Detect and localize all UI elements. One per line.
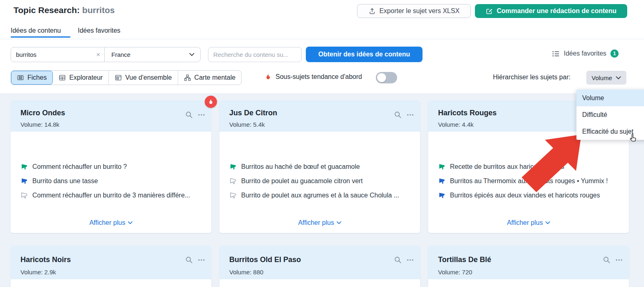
- edit-icon: [486, 7, 493, 15]
- headline-item[interactable]: Burrito de poulet aux agrumes et à la sa…: [229, 191, 414, 200]
- tab-favorite-ideas[interactable]: Idées favorites: [78, 27, 120, 34]
- headline-text: Comment réchauffer un burrito ?: [32, 163, 127, 170]
- megaphone-icon: [438, 163, 445, 170]
- sort-option-difficulte[interactable]: Difficulté: [576, 106, 644, 123]
- chevron-down-icon: [128, 221, 133, 224]
- view-tab-carte-mentale-label: Carte mentale: [194, 74, 236, 81]
- topic-card-micro-ondes: Micro Ondes Volume: 14.8k Comment réchau…: [11, 101, 211, 233]
- more-options-icon[interactable]: [615, 256, 623, 264]
- card-volume: Volume: 5.4k: [229, 121, 265, 128]
- view-tab-explorateur[interactable]: Explorateur: [53, 71, 109, 85]
- search-icon[interactable]: [185, 256, 193, 264]
- sort-option-difficulte-label: Difficulté: [582, 111, 607, 119]
- view-tab-explorateur-label: Explorateur: [69, 74, 103, 81]
- chevron-down-icon: [616, 76, 621, 80]
- active-tab-underline: [11, 36, 70, 38]
- page-title: Topic Research:burritos: [14, 5, 115, 15]
- search-icon[interactable]: [394, 256, 402, 264]
- show-more-link[interactable]: Afficher plus: [219, 219, 420, 226]
- fire-icon: [208, 99, 214, 105]
- tab-content-ideas[interactable]: Idées de contenu: [11, 27, 61, 34]
- headline-item[interactable]: Burritos au haché de bœuf et guacamole: [229, 162, 414, 172]
- page-title-query: burritos: [82, 5, 115, 15]
- order-label: Commander une rédaction de contenu: [497, 7, 616, 15]
- headline-text: Burritos au Thermomix aux haricots rouge…: [450, 177, 608, 185]
- topic-card-haricots-noirs: Haricots Noirs Volume: 2.9k: [11, 246, 211, 287]
- headline-item[interactable]: Comment réchauffer un burrito ?: [20, 162, 205, 172]
- headline-text: Recette de burritos aux haricots rouges: [450, 163, 564, 170]
- headline-item[interactable]: Burrito dans une tasse: [20, 176, 205, 186]
- country-select[interactable]: France: [105, 47, 200, 62]
- chevron-down-icon: [545, 221, 550, 224]
- show-more-link[interactable]: Afficher plus: [428, 219, 629, 226]
- headline-text: Burritos épicés aux deux viandes et hari…: [450, 192, 600, 199]
- search-group: × France: [11, 47, 201, 62]
- search-icon[interactable]: [394, 111, 402, 119]
- show-more-label: Afficher plus: [89, 219, 125, 226]
- clear-search-icon[interactable]: ×: [92, 51, 104, 59]
- card-volume: Volume: 4.4k: [438, 121, 474, 128]
- card-volume: Volume: 720: [438, 269, 472, 276]
- view-tab-fiches[interactable]: Fiches: [11, 71, 53, 85]
- card-title: Tortillas De Blé: [438, 256, 491, 264]
- headline-text: Burritos au haché de bœuf et guacamole: [241, 163, 360, 170]
- sort-option-volume[interactable]: Volume: [576, 90, 644, 106]
- header-divider: [0, 39, 644, 39]
- content-search-input[interactable]: [208, 47, 302, 62]
- list-icon: [552, 50, 560, 58]
- more-options-icon[interactable]: [197, 256, 206, 264]
- trending-toggle-row: Sous-sujets tendance d'abord: [264, 73, 362, 81]
- topic-card-jus-de-citron: Jus De Citron Volume: 5.4k Burritos au h…: [219, 101, 420, 233]
- favorites-count-badge: 1: [610, 49, 619, 58]
- page-title-text: Topic Research:: [14, 5, 80, 15]
- card-volume: Volume: 880: [229, 269, 263, 276]
- card-title: Haricots Noirs: [20, 256, 71, 264]
- tab-favorite-ideas-label: Idées favorites: [78, 27, 120, 34]
- card-title: Burritos Old El Paso: [229, 256, 301, 264]
- sort-by-select[interactable]: Volume: [586, 71, 626, 85]
- megaphone-icon: [438, 177, 445, 185]
- export-xlsx-button[interactable]: Exporter le sujet vers XLSX: [357, 4, 471, 18]
- more-options-icon[interactable]: [406, 111, 414, 119]
- show-more-link[interactable]: Afficher plus: [11, 219, 211, 226]
- get-ideas-label: Obtenir des idées de contenu: [318, 51, 410, 58]
- more-options-icon[interactable]: [197, 111, 206, 119]
- headline-item[interactable]: Burrito de poulet au guacamole citron ve…: [229, 176, 414, 186]
- overview-view-icon: [115, 74, 122, 81]
- topic-research-app: Topic Research:burritos Exporter le suje…: [0, 0, 644, 287]
- card-volume: Volume: 14.8k: [20, 121, 59, 128]
- search-icon[interactable]: [603, 256, 611, 264]
- headline-item[interactable]: Burritos au Thermomix aux haricots rouge…: [438, 176, 622, 186]
- cards-view-icon: [17, 74, 24, 81]
- favorite-ideas-link[interactable]: Idées favorites 1: [552, 49, 619, 58]
- get-ideas-button[interactable]: Obtenir des idées de contenu: [306, 47, 423, 62]
- sort-option-volume-label: Volume: [582, 94, 604, 102]
- order-content-button[interactable]: Commander une rédaction de contenu: [475, 4, 627, 18]
- headline-item[interactable]: Comment réchauffer un burrito de 3 maniè…: [20, 191, 205, 200]
- mindmap-view-icon: [184, 74, 191, 81]
- headline-text: Comment réchauffer un burrito de 3 maniè…: [32, 192, 190, 199]
- megaphone-icon: [229, 177, 237, 185]
- topic-search-input[interactable]: [16, 51, 92, 58]
- headline-item[interactable]: Recette de burritos aux haricots rouges: [438, 162, 622, 172]
- megaphone-icon: [20, 177, 28, 185]
- chevron-down-icon: [189, 53, 194, 56]
- megaphone-icon: [438, 192, 445, 199]
- search-icon[interactable]: [185, 111, 193, 119]
- view-tab-vue-densemble[interactable]: Vue d'ensemble: [109, 71, 178, 85]
- export-icon: [368, 7, 376, 15]
- headline-item[interactable]: Burritos épicés aux deux viandes et hari…: [438, 191, 622, 200]
- headline-text: Burrito dans une tasse: [32, 177, 98, 185]
- favorite-ideas-label: Idées favorites: [564, 50, 606, 57]
- view-tab-carte-mentale[interactable]: Carte mentale: [178, 71, 242, 85]
- sort-option-efficacite[interactable]: Efficacité du sujet: [576, 123, 644, 140]
- more-options-icon[interactable]: [406, 256, 414, 264]
- sort-dropdown-menu: Volume Difficulté Efficacité du sujet: [576, 90, 644, 140]
- megaphone-icon: [229, 192, 237, 199]
- headline-text: Burrito de poulet aux agrumes et à la sa…: [241, 192, 399, 199]
- tab-content-ideas-label: Idées de contenu: [11, 27, 61, 34]
- sort-option-efficacite-label: Efficacité du sujet: [582, 128, 633, 135]
- country-select-value: France: [111, 51, 131, 58]
- toggle-knob: [377, 73, 386, 82]
- trending-toggle-switch[interactable]: [376, 72, 397, 83]
